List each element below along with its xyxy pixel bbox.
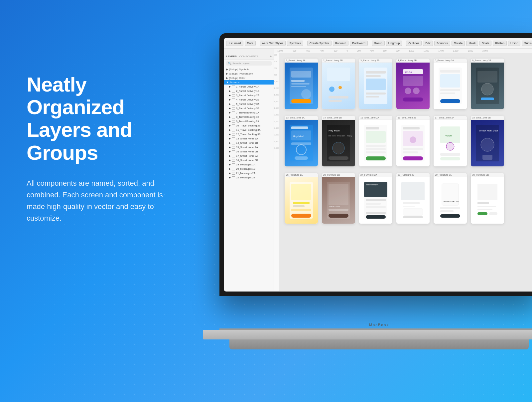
- svg-rect-90: [401, 182, 425, 200]
- toolbar-rotate[interactable]: Rotate: [452, 41, 465, 46]
- components-tab[interactable]: COMPONENTS: [239, 55, 258, 58]
- layer-label-10: 10_Travel Booking 2B: [236, 124, 261, 127]
- layer-icon-16: [232, 150, 235, 153]
- layer-item-5[interactable]: ▶ 5_Parcel Delivery 3A: [224, 102, 274, 106]
- svg-point-9: [338, 86, 342, 89]
- screen-row-smarthome: 13_Sma...ome 1A Hey Max!: [285, 116, 529, 166]
- toolbar-forward[interactable]: Forward: [333, 41, 348, 46]
- group-arrow-2: ▶: [226, 72, 228, 75]
- v-mark-7: 1,400: [274, 93, 279, 100]
- layer-item-10[interactable]: ▶ 10_Travel Booking 2B: [224, 123, 274, 128]
- toolbar-data[interactable]: Data: [245, 41, 256, 46]
- svg-rect-20: [403, 76, 423, 86]
- layer-item-6[interactable]: ▶ 6_Parcel Delivery 3B: [224, 106, 274, 110]
- svg-rect-93: [403, 209, 423, 215]
- layer-group-screens[interactable]: ▼ Screens: [224, 80, 274, 85]
- svg-point-5: [301, 89, 311, 99]
- h-ruler: -1,000-800-600-400-20002004006008001,000…: [274, 49, 532, 53]
- layer-group-symbols[interactable]: ▶ [Setup]: Symbols: [224, 67, 274, 72]
- toolbar-group[interactable]: Group: [372, 41, 385, 46]
- screen-card-parcel-3b: 6_Parce...ivery 3B: [471, 59, 504, 109]
- layer-item-14[interactable]: ▶ 14_Smart Home 1B: [224, 141, 274, 145]
- screen-preview-home-1b: Hey Max! I'm here! What can I help you w…: [322, 120, 355, 166]
- layers-tab[interactable]: LAYERS: [226, 55, 237, 58]
- screen-preview-furniture-1a: [285, 177, 318, 224]
- svg-rect-106: [477, 212, 487, 215]
- toolbar-textstyles[interactable]: Aa ▾ Text Styles: [260, 41, 286, 46]
- search-bar[interactable]: 🔍 Search Layers: [226, 61, 272, 66]
- sketch-main-area: LAYERS COMPONENTS + 🔍 Search Layers ▶: [224, 53, 532, 291]
- toolbar-insert[interactable]: + ▾ Insert: [226, 41, 243, 46]
- svg-rect-40: [295, 156, 308, 160]
- layer-item-4[interactable]: ▶ 4_Parcel Delivery 2B: [224, 98, 274, 102]
- toolbar-scale[interactable]: Scale: [479, 41, 492, 46]
- screen-preview-parcel-2a: [359, 63, 392, 109]
- layer-arrow-21: ▶: [229, 172, 231, 175]
- toolbar-edit[interactable]: Edit: [423, 41, 433, 46]
- toolbar-outlines[interactable]: Outlines: [406, 41, 422, 46]
- layers-list[interactable]: ▶ [Setup]: Symbols ▶ [Setup]: Typography…: [224, 67, 274, 291]
- layer-item-2[interactable]: ▶ 2_Parcel Delivery 1B: [224, 89, 274, 93]
- screen-label-furniture-3b: 30_Furniture 3B: [471, 173, 504, 177]
- layer-item-16[interactable]: ▶ 16_Smart Home 2B: [224, 149, 274, 154]
- v-mark-8: 1,600: [274, 100, 279, 106]
- layer-item-9[interactable]: ▶ 9_Travel Booking 2A: [224, 119, 274, 123]
- layer-arrow-7: ▶: [229, 111, 231, 114]
- layer-item-1[interactable]: ▶ 1_Parcel Delivery 1A: [224, 85, 274, 89]
- layer-item-12[interactable]: ▶ 12_Travel Booking 3B: [224, 132, 274, 136]
- layer-icon-18: [232, 159, 235, 162]
- layer-arrow-4: ▶: [229, 98, 231, 101]
- layer-item-17[interactable]: ▶ 17_Smart Home 3A: [224, 154, 274, 158]
- svg-rect-85: [366, 206, 386, 208]
- layers-panel: LAYERS COMPONENTS + 🔍 Search Layers ▶: [224, 53, 274, 291]
- screen-card-furniture-1a: 25_Furniture 1A: [285, 173, 318, 224]
- canvas-area[interactable]: 1_Parcel...ivery 1A: [279, 53, 532, 291]
- svg-text:Voice: Voice: [445, 134, 452, 137]
- toolbar-subtract[interactable]: Subtract: [522, 41, 532, 46]
- layer-item-7[interactable]: ▶ 7_Travel Booking 1A: [224, 110, 274, 115]
- layer-item-11[interactable]: ▶ 11_Travel Booking 3A: [224, 128, 274, 132]
- svg-rect-77: [329, 184, 348, 205]
- layer-item-18[interactable]: ▶ 18_Smart Home 3B: [224, 158, 274, 162]
- screen-card-furniture-1b: 26_Furniture 1B Gallery Chat: [322, 173, 355, 224]
- svg-rect-64: [440, 153, 460, 156]
- layer-group-typography[interactable]: ▶ [Setup]: Typography: [224, 72, 274, 76]
- layer-icon-14: [232, 142, 235, 144]
- v-mark-5: 1,000: [274, 80, 279, 87]
- screen-card-furniture-2a: 27_Furniture 2A Room Re: [359, 173, 392, 224]
- toolbar-flatten[interactable]: Flatten: [493, 41, 507, 46]
- screen-preview-home-2b: [396, 120, 430, 166]
- toolbar-backward[interactable]: Backward: [350, 41, 368, 46]
- layer-item-8[interactable]: ▶ 8_Travel Booking 1B: [224, 115, 274, 119]
- screen-card-furniture-3b: 30_Furniture 3B: [471, 173, 504, 224]
- svg-rect-6: [291, 99, 311, 103]
- svg-rect-49: [366, 145, 386, 147]
- layer-group-color[interactable]: ▶ [Setup]: Color: [224, 76, 274, 80]
- screen-preview-home-3a: Voice: [434, 120, 467, 166]
- screen-bezel: + ▾ Insert Data Aa ▾ Text Styles Symbols…: [219, 33, 532, 296]
- layer-item-15[interactable]: ▶ 15_Smart Home 2A: [224, 145, 274, 149]
- layer-item-3[interactable]: ▶ 3_Parcel Delivery 2A: [224, 93, 274, 98]
- svg-rect-54: [403, 127, 420, 129]
- layer-item-19[interactable]: ▶ 19_Messages 1A: [224, 162, 274, 167]
- layer-arrow-14: ▶: [229, 141, 231, 144]
- v-mark-6: 1,200: [274, 87, 279, 93]
- svg-rect-100: [440, 214, 460, 218]
- group-label-1: [Setup]: Symbols: [229, 68, 249, 71]
- layer-item-13[interactable]: ▶ 13_Smart Home 1A: [224, 136, 274, 141]
- layer-item-20[interactable]: ▶ 20_Messages 1B: [224, 167, 274, 171]
- layer-label-18: 18_Smart Home 3B: [236, 159, 258, 162]
- toolbar-union[interactable]: Union: [508, 41, 521, 46]
- toolbar-ungroup[interactable]: Ungroup: [386, 41, 402, 46]
- layer-icon-17: [232, 155, 235, 157]
- layers-add-btn[interactable]: +: [270, 55, 272, 58]
- toolbar-createsymbol[interactable]: Create Symbol: [307, 41, 332, 46]
- toolbar-symbols[interactable]: Symbols: [287, 41, 303, 46]
- layer-item-21[interactable]: ▶ 21_Messages 2A: [224, 171, 274, 175]
- layer-item-22[interactable]: ▶ 22_Messages 2B: [224, 175, 274, 180]
- layer-icon-8: [232, 116, 235, 118]
- svg-rect-11: [329, 100, 342, 102]
- svg-rect-80: [329, 214, 348, 218]
- toolbar-mask[interactable]: Mask: [466, 41, 478, 46]
- toolbar-scissors[interactable]: Scissors: [434, 41, 450, 46]
